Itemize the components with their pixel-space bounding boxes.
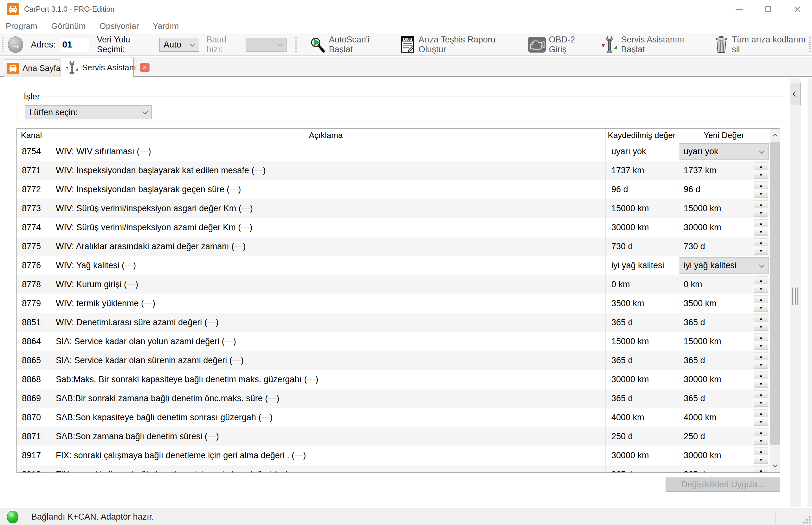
spin-down-button[interactable]: ▼ [754,285,768,293]
spin-down-button[interactable]: ▼ [754,437,768,445]
spin-up-button[interactable]: ▲ [754,428,768,436]
tab-close-icon[interactable]: × [140,63,149,72]
table-row[interactable]: 8851WIV: Denetiml.arası süre azami değer… [17,313,770,332]
table-row[interactable]: 8864SIA: Service kadar olan yolun azami … [17,332,770,351]
table-row[interactable]: 8917FIX: sonraki çalışmaya bağlı denetle… [17,446,770,465]
toolbar-grip[interactable] [295,38,297,52]
spin-up-button[interactable]: ▲ [754,295,768,303]
spin-down-button[interactable]: ▼ [754,399,768,407]
table-row[interactable]: 8871SAB:Son zamana bağlı denetim süresi … [17,427,770,446]
table-row[interactable]: 8775WIV: Aralıklar arasındaki azami değe… [17,237,770,256]
spin-down-button[interactable]: ▼ [754,228,768,236]
spin-up-button[interactable]: ▲ [754,314,768,322]
service-assistant-button[interactable]: Servis Asistanını Başlat [601,35,703,55]
spin-down-button[interactable]: ▼ [754,304,768,312]
table-row[interactable]: 8774WIV: Sürüş verimi/inspeksiyon azami … [17,218,770,237]
table-row[interactable]: 8772WIV: Inspeksiyondan başlayarak geçen… [17,180,770,199]
spin-up-button[interactable]: ▲ [754,276,768,284]
spin-up-button[interactable]: ▲ [754,390,768,398]
spin-up-button[interactable]: ▲ [754,238,768,246]
spin-up-button[interactable]: ▲ [754,371,768,379]
new-value-cell: 1737 km▲▼ [678,161,770,180]
table-row[interactable]: 8865SIA: Service kadar olan sürenin azam… [17,351,770,370]
saved-value-cell: 730 d [606,237,678,256]
spin-up-button[interactable]: ▲ [754,409,768,417]
spin-down-button[interactable]: ▼ [754,209,768,217]
table-row[interactable]: 8779WIV: termik yüklenme (---)3500 km350… [17,294,770,313]
tab-servis-asistani[interactable]: Servis Asistanı × [61,58,134,77]
apply-changes-button[interactable]: Değişiklikleri Uygula... [666,478,780,492]
bus-select[interactable]: Auto [159,38,199,51]
new-value-select[interactable]: uyarı yok [679,143,769,160]
spin-up-button[interactable]: ▲ [754,219,768,227]
column-header-aciklama[interactable]: Açıklama [46,129,606,142]
side-panel-splitter[interactable] [790,78,801,507]
spin-down-button[interactable]: ▼ [754,190,768,198]
toolbar-grip[interactable] [2,38,3,52]
column-header-kanal[interactable]: Kanal [17,129,46,142]
spin-down-button[interactable]: ▼ [754,322,768,331]
table-row[interactable]: 8868Sab:Maks. Bir sonraki kapasiteye bağ… [17,370,770,389]
baud-select [246,38,287,51]
column-header-saved[interactable]: Kaydedilmiş değer [606,129,678,142]
menu-program[interactable]: Program [0,21,44,31]
description-cell: FIX: sonraki süreye bağlı denetleme için… [46,465,606,472]
table-row[interactable]: 8776WIV: Yağ kalitesi (---)iyi yağ kalit… [17,256,770,275]
splitter-grip[interactable] [792,287,798,305]
autoscan-button[interactable]: AutoScan'i Başlat [309,35,390,55]
column-header-new[interactable]: Yeni Değer [678,129,770,142]
spin-down-button[interactable]: ▼ [754,418,768,426]
service-assistant-icon [66,60,78,75]
table-row[interactable]: 8870SAB:Son kapasiteye bağlı denetim son… [17,408,770,427]
menu-opsiyonlar[interactable]: Opsiyonlar [92,21,146,31]
statusbar-separator [257,511,257,523]
menu-yardim[interactable]: Yardım [146,21,186,31]
spin-down-button[interactable]: ▼ [754,456,768,464]
close-button[interactable]: × [783,0,812,18]
table-scrollbar[interactable] [770,129,780,472]
jobs-select[interactable]: Lütfen seçin: [25,105,152,119]
table-row[interactable]: 8771WIV: Inspeksiyondan başlayarak kat e… [17,161,770,180]
channel-cell: 8871 [17,427,46,446]
spin-up-button[interactable]: ▲ [754,333,768,341]
toolbar-grip[interactable] [809,38,811,52]
tab-ana-sayfa[interactable]: Ana Sayfa × [4,60,61,77]
spin-down-button[interactable]: ▼ [754,171,768,179]
table-row[interactable]: 8869SAB:Bir sonraki zamana bağlı denetim… [17,389,770,408]
minimize-button[interactable] [725,0,754,18]
spin-down-button[interactable]: ▼ [754,361,768,369]
scroll-up-icon[interactable] [770,129,780,142]
obd2-button[interactable]: OBD-2 Giriş [528,35,591,55]
new-value-text: 15000 km [678,336,721,346]
description-cell: WIV: Inspeksiyondan başlayarak geçen sür… [46,180,606,199]
spin-up-button[interactable]: ▲ [754,181,768,189]
table-row[interactable]: 8773WIV: Sürüş verimi/inspeksiyon asgari… [17,199,770,218]
spin-up-button[interactable]: ▲ [754,466,768,472]
diagnostic-report-button[interactable]: OBD Arıza Teşhis Raporu Oluştur [401,35,517,55]
menu-gorunum[interactable]: Görünüm [44,21,92,31]
scroll-down-icon[interactable] [770,459,780,472]
service-assistant-panel: İşler Lütfen seçin: Kanal Açıklama Kayde… [0,77,812,509]
spin-up-button[interactable]: ▲ [754,200,768,208]
chevron-down-icon [277,41,283,47]
address-input[interactable] [59,38,89,51]
scrollbar-thumb[interactable] [770,142,780,445]
spin-down-button[interactable]: ▼ [754,380,768,388]
spin-down-button[interactable]: ▼ [754,247,768,255]
spin-up-button[interactable]: ▲ [754,352,768,360]
spin-up-button[interactable]: ▲ [754,447,768,455]
table-row[interactable]: 8754WIV: WIV sıfırlaması (---)uyarı yoku… [17,142,770,161]
spin-down-button[interactable]: ▼ [754,342,768,350]
channel-cell: 8774 [17,218,46,237]
spin-up-button[interactable]: ▲ [754,162,768,170]
window-resize-grip[interactable] [802,515,811,524]
go-button[interactable]: → [8,36,24,53]
collapse-panel-button[interactable] [790,83,801,105]
table-row[interactable]: 8778WIV: Kurum girişi (---)0 km0 km▲▼ [17,275,770,294]
table-row[interactable]: 8918FIX: sonraki süreye bağlı denetleme … [17,465,770,472]
maximize-button[interactable] [754,0,783,18]
delete-fault-codes-button[interactable]: Tüm arıza kodlarını sil [714,35,809,55]
value-spinner: ▲▼ [754,371,768,388]
new-value-select[interactable]: iyi yağ kalitesi [679,257,769,274]
toolbar: → Adres: Veri Yolu Seçimi: Auto Baud hız… [0,33,812,56]
